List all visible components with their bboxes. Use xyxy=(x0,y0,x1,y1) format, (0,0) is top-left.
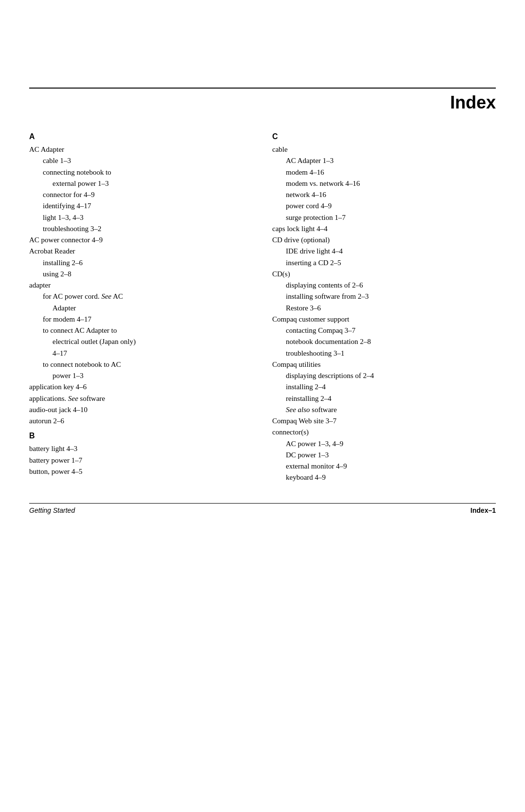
list-item: power 1–3 xyxy=(52,370,253,381)
list-item: connector for 4–9 xyxy=(43,189,253,200)
list-item: modem 4–16 xyxy=(286,167,496,178)
list-item: adapter xyxy=(29,280,253,291)
list-item: installing 2–6 xyxy=(43,257,253,269)
list-item: Compaq utilities xyxy=(272,359,496,370)
page-container: Index A AC Adapter cable 1–3 connecting … xyxy=(0,88,525,812)
list-item: connector(s) xyxy=(272,427,496,438)
list-item: connecting notebook to xyxy=(43,167,253,178)
list-item: AC Adapter xyxy=(29,144,253,155)
list-item: Acrobat Reader xyxy=(29,246,253,257)
list-item: CD drive (optional) xyxy=(272,235,496,246)
page-title: Index xyxy=(0,89,525,127)
list-item: installing 2–4 xyxy=(286,381,496,393)
list-item: applications. See software xyxy=(29,393,253,404)
list-item: autorun 2–6 xyxy=(29,415,253,427)
list-item: external power 1–3 xyxy=(52,178,253,189)
footer-left-text: Getting Started xyxy=(29,506,75,514)
list-item: caps lock light 4–4 xyxy=(272,223,496,235)
list-item: IDE drive light 4–4 xyxy=(286,246,496,257)
list-item: troubleshooting 3–2 xyxy=(43,223,253,235)
list-item: to connect notebook to AC xyxy=(43,359,253,370)
see-also-software: See also software xyxy=(286,404,496,415)
section-a: A AC Adapter cable 1–3 connecting notebo… xyxy=(29,132,253,427)
list-item: identifying 4–17 xyxy=(43,200,253,212)
section-b: B battery light 4–3 battery power 1–7 bu… xyxy=(29,432,253,477)
list-item: DC power 1–3 xyxy=(286,450,496,461)
section-letter-b: B xyxy=(29,432,253,440)
list-item: power cord 4–9 xyxy=(286,200,496,212)
list-item: AC power connector 4–9 xyxy=(29,235,253,246)
list-item: CD(s) xyxy=(272,269,496,280)
footer-right-text: Index–1 xyxy=(471,506,496,514)
list-item: notebook documentation 2–8 xyxy=(286,336,496,347)
section-letter-a: A xyxy=(29,132,253,141)
list-item: audio-out jack 4–10 xyxy=(29,404,253,415)
list-item: keyboard 4–9 xyxy=(286,472,496,483)
content-area: A AC Adapter cable 1–3 connecting notebo… xyxy=(0,127,525,488)
list-item: button, power 4–5 xyxy=(29,466,253,477)
list-item: inserting a CD 2–5 xyxy=(286,257,496,269)
list-item: for AC power cord. See AC xyxy=(43,291,253,302)
list-item: battery light 4–3 xyxy=(29,443,253,454)
list-item: installing software from 2–3 xyxy=(286,291,496,302)
list-item: battery power 1–7 xyxy=(29,455,253,466)
list-item: external monitor 4–9 xyxy=(286,461,496,472)
list-item: surge protection 1–7 xyxy=(286,212,496,223)
list-item: for modem 4–17 xyxy=(43,314,253,325)
list-item: AC power 1–3, 4–9 xyxy=(286,438,496,450)
list-item: Compaq customer support xyxy=(272,314,496,325)
footer: Getting Started Index–1 xyxy=(0,504,525,514)
list-item: reinstalling 2–4 xyxy=(286,393,496,404)
list-item: 4–17 xyxy=(52,348,253,359)
list-item: application key 4–6 xyxy=(29,381,253,393)
list-item: electrical outlet (Japan only) xyxy=(52,336,253,347)
list-item: displaying contents of 2–6 xyxy=(286,280,496,291)
left-column: A AC Adapter cable 1–3 connecting notebo… xyxy=(29,127,253,488)
list-item: network 4–16 xyxy=(286,189,496,200)
list-item: cable 1–3 xyxy=(43,155,253,166)
list-item: Restore 3–6 xyxy=(286,303,496,314)
right-column: C cable AC Adapter 1–3 modem 4–16 modem … xyxy=(272,127,496,488)
section-c: C cable AC Adapter 1–3 modem 4–16 modem … xyxy=(272,132,496,484)
list-item: to connect AC Adapter to xyxy=(43,325,253,336)
section-letter-c: C xyxy=(272,132,496,141)
list-item: cable xyxy=(272,144,496,155)
list-item: troubleshooting 3–1 xyxy=(286,348,496,359)
list-item: displaying descriptions of 2–4 xyxy=(286,370,496,381)
list-item: AC Adapter 1–3 xyxy=(286,155,496,166)
list-item: Compaq Web site 3–7 xyxy=(272,415,496,427)
list-item: contacting Compaq 3–7 xyxy=(286,325,496,336)
list-item: Adapter xyxy=(52,303,253,314)
list-item: using 2–8 xyxy=(43,269,253,280)
list-item: light 1–3, 4–3 xyxy=(43,212,253,223)
list-item: modem vs. network 4–16 xyxy=(286,178,496,189)
